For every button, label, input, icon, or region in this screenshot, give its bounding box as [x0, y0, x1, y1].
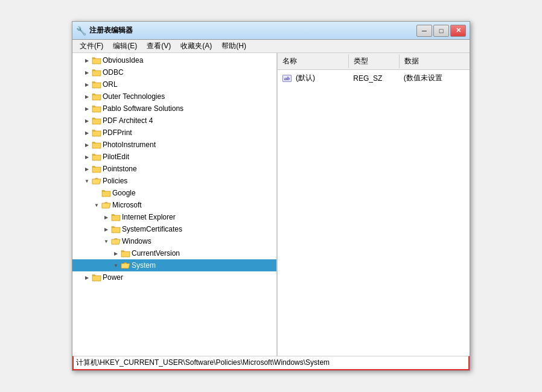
tree-item[interactable]: Google	[72, 187, 276, 199]
tree-item-label: CurrentVersion	[132, 249, 180, 258]
folder-icon	[92, 104, 101, 113]
tree-expander[interactable]	[82, 92, 92, 101]
tree-item[interactable]: ObviousIdea	[72, 54, 276, 66]
tree-item-label: ODBC	[103, 68, 124, 77]
tree-item[interactable]: System	[72, 259, 276, 271]
tree-item[interactable]: PDF Architect 4	[72, 115, 276, 127]
data-column-header: 数据	[400, 54, 470, 68]
folder-icon	[121, 261, 130, 270]
registry-entry[interactable]: ab (默认) REG_SZ (数值未设置	[278, 71, 470, 85]
folder-icon	[92, 140, 101, 150]
tree-item[interactable]: Internet Explorer	[72, 211, 276, 223]
tree-item[interactable]: Windows	[72, 235, 276, 247]
folder-icon	[92, 116, 101, 125]
tree-item-label: PilotEdit	[103, 153, 129, 161]
tree-expander[interactable]	[111, 261, 121, 270]
menu-item[interactable]: 编辑(E)	[108, 40, 142, 52]
tree-item[interactable]: Power	[72, 271, 276, 283]
svg-rect-9	[93, 107, 100, 112]
svg-rect-13	[93, 131, 100, 136]
tree-expander[interactable]	[82, 80, 92, 89]
svg-rect-1	[93, 59, 100, 63]
tree-item[interactable]: Microsoft	[72, 199, 276, 211]
tree-expander[interactable]	[101, 224, 111, 234]
tree-item-label: Internet Explorer	[122, 213, 176, 221]
entry-data-cell: (数值未设置	[399, 72, 470, 84]
right-pane-body: ab (默认) REG_SZ (数值未设置	[278, 70, 470, 356]
window-title: 注册表编辑器	[89, 25, 416, 36]
svg-rect-5	[93, 83, 100, 87]
tree-expander[interactable]	[101, 236, 111, 246]
tree-item-label: SystemCertificates	[122, 225, 182, 233]
tree-expander[interactable]	[82, 152, 92, 162]
tree-expander[interactable]	[92, 188, 101, 198]
entry-type-cell: REG_SZ	[348, 73, 399, 84]
folder-icon	[111, 224, 121, 234]
tree-expander[interactable]	[82, 104, 92, 113]
tree-item-label: System	[132, 261, 156, 270]
tree-item-label: ORL	[103, 80, 118, 89]
ab-icon: ab	[282, 75, 292, 82]
main-content: ObviousIdeaODBCORLOuter TechnologiesPabl…	[72, 53, 470, 356]
folder-icon	[92, 273, 101, 282]
svg-rect-19	[93, 168, 100, 172]
menu-item[interactable]: 文件(F)	[75, 40, 108, 52]
tree-expander[interactable]	[82, 164, 92, 174]
svg-rect-23	[112, 216, 120, 220]
menu-item[interactable]: 查看(V)	[142, 40, 176, 52]
tree-item[interactable]: SystemCertificates	[72, 223, 276, 235]
tree-item-label: Google	[112, 189, 136, 197]
folder-icon	[92, 80, 101, 89]
folder-icon	[101, 200, 111, 210]
folder-icon	[111, 212, 121, 222]
tree-expander[interactable]	[111, 248, 121, 258]
close-button[interactable]: ✕	[450, 25, 466, 37]
tree-expander[interactable]	[82, 55, 92, 65]
tree-expander[interactable]	[82, 68, 92, 77]
tree-item-label: Outer Technologies	[103, 92, 165, 101]
type-column-header: 类型	[349, 54, 400, 68]
entry-name-cell: ab (默认)	[278, 72, 348, 84]
tree-item[interactable]: ORL	[72, 78, 276, 90]
status-bar: 计算机\HKEY_CURRENT_USER\Software\Policies\…	[72, 356, 470, 370]
folder-icon	[111, 236, 121, 246]
tree-expander[interactable]	[82, 140, 92, 150]
svg-rect-11	[93, 119, 100, 124]
tree-item-label: Microsoft	[112, 201, 142, 209]
svg-rect-7	[93, 95, 100, 100]
svg-rect-29	[93, 276, 100, 280]
tree-expander[interactable]	[92, 200, 101, 210]
tree-item[interactable]: PhotoInstrument	[72, 139, 276, 151]
folder-icon	[121, 248, 130, 258]
menu-item[interactable]: 帮助(H)	[217, 40, 251, 52]
tree-item[interactable]: Policies	[72, 175, 276, 187]
tree-item-label: PhotoInstrument	[103, 141, 156, 149]
tree-expander[interactable]	[82, 116, 92, 125]
tree-item[interactable]: PDFPrint	[72, 127, 276, 139]
menu-item[interactable]: 收藏夹(A)	[176, 40, 217, 52]
tree-expander[interactable]	[101, 212, 111, 222]
tree-expander[interactable]	[82, 128, 92, 138]
restore-button[interactable]: □	[433, 25, 449, 37]
tree-item[interactable]: Pointstone	[72, 163, 276, 175]
tree-item-label: PDFPrint	[103, 128, 132, 137]
tree-pane[interactable]: ObviousIdeaODBCORLOuter TechnologiesPabl…	[72, 53, 278, 356]
tree-expander[interactable]	[82, 273, 92, 282]
menu-bar: 文件(F)编辑(E)查看(V)收藏夹(A)帮助(H)	[72, 40, 470, 53]
tree-item[interactable]: PilotEdit	[72, 151, 276, 163]
tree-item-label: Power	[103, 273, 123, 282]
title-bar: 🔧 注册表编辑器 ─ □ ✕	[72, 22, 470, 40]
registry-editor-window: 🔧 注册表编辑器 ─ □ ✕ 文件(F)编辑(E)查看(V)收藏夹(A)帮助(H…	[72, 21, 470, 371]
tree-item[interactable]: Outer Technologies	[72, 90, 276, 103]
entry-name: (默认)	[296, 73, 315, 83]
folder-icon	[92, 55, 101, 65]
tree-item[interactable]: ODBC	[72, 66, 276, 78]
folder-icon	[92, 152, 101, 162]
tree-item[interactable]: Pablo Software Solutions	[72, 103, 276, 115]
tree-item[interactable]: CurrentVersion	[72, 247, 276, 259]
minimize-button[interactable]: ─	[416, 25, 432, 37]
tree-expander[interactable]	[82, 176, 92, 186]
tree-item-label: ObviousIdea	[103, 56, 143, 65]
tree-item-label: Pointstone	[103, 165, 137, 173]
folder-icon	[101, 188, 111, 198]
